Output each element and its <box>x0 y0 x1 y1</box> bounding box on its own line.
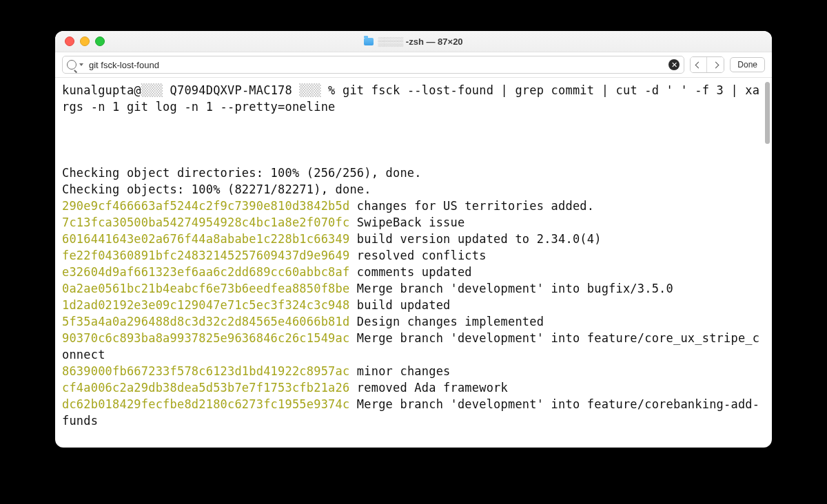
clear-search-button[interactable]: ✕ <box>668 59 680 70</box>
window-title: ▒▒▒▒ -zsh — 87×20 <box>55 36 772 47</box>
folder-icon <box>364 38 374 45</box>
search-input[interactable] <box>88 59 664 71</box>
terminal-window: ▒▒▒▒ -zsh — 87×20 ✕ Done kunalgupta@▒▒▒ … <box>55 31 772 448</box>
close-button[interactable] <box>65 36 74 46</box>
title-text: -zsh — 87×20 <box>406 36 463 47</box>
maximize-button[interactable] <box>95 36 105 46</box>
search-prev-button[interactable] <box>691 57 707 72</box>
search-icon <box>67 60 76 70</box>
search-toolbar: ✕ Done <box>55 52 772 78</box>
traffic-lights <box>65 36 105 46</box>
search-field[interactable]: ✕ <box>62 56 684 74</box>
minimize-button[interactable] <box>80 36 90 46</box>
search-nav-segment <box>690 56 724 73</box>
terminal-area[interactable]: kunalgupta@▒▒▒ Q7094DQXVP-MAC178 ▒▒▒ % g… <box>55 78 772 448</box>
terminal-output[interactable]: kunalgupta@▒▒▒ Q7094DQXVP-MAC178 ▒▒▒ % g… <box>62 82 762 429</box>
search-options-chevron-icon[interactable] <box>79 63 83 66</box>
title-obscured: ▒▒▒▒ <box>378 36 403 47</box>
titlebar: ▒▒▒▒ -zsh — 87×20 <box>55 31 772 52</box>
done-button[interactable]: Done <box>730 57 765 72</box>
chevron-right-icon <box>712 61 719 68</box>
scrollbar-thumb[interactable] <box>765 82 770 144</box>
chevron-left-icon <box>695 61 702 68</box>
search-next-button[interactable] <box>707 57 724 72</box>
